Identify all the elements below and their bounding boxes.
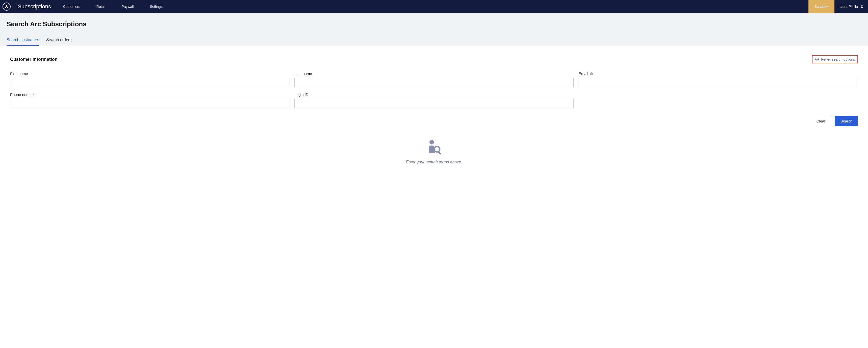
nav-customers[interactable]: Customers [63,4,80,8]
phone-input[interactable] [10,99,289,108]
empty-state: Enter your search terms above. [10,136,858,174]
nav-paywall[interactable]: Paywall [122,4,134,8]
app-title: Subscriptions [18,3,51,10]
field-first-name: First name [10,71,289,87]
email-input[interactable] [579,78,858,87]
person-search-icon [426,139,442,155]
environment-badge[interactable]: Sandbox [808,0,834,13]
nav-settings[interactable]: Settings [150,4,163,8]
label-phone: Phone number [10,92,289,97]
fewer-search-options-label: Fewer search options [821,57,855,61]
label-login-id: Login ID [294,92,574,97]
tab-search-orders[interactable]: Search orders [46,38,72,46]
svg-point-7 [434,146,440,152]
first-name-input[interactable] [10,78,289,87]
last-name-input[interactable] [294,78,574,87]
user-menu[interactable]: Laura Pinilla [834,0,868,13]
top-nav: Subscriptions Customers Retail Paywall S… [0,0,868,13]
login-id-input[interactable] [294,99,574,108]
svg-rect-8 [438,151,441,154]
nav-retail[interactable]: Retail [96,4,105,8]
page-header: Search Arc Subscriptions Search customer… [0,13,868,46]
field-last-name: Last name [294,71,574,87]
content: Customer information Fewer search option… [0,46,868,183]
info-icon[interactable] [590,72,593,76]
label-email-text: Email [579,71,588,76]
svg-point-6 [430,140,434,144]
empty-state-message: Enter your search terms above. [406,160,462,165]
page-title: Search Arc Subscriptions [6,20,862,28]
fewer-search-options-toggle[interactable]: Fewer search options [812,55,858,63]
arc-logo-icon [4,4,9,9]
user-icon [860,4,864,8]
search-button[interactable]: Search [835,116,858,126]
nav-links: Customers Retail Paywall Settings [63,4,162,8]
section-header-row: Customer information Fewer search option… [10,55,858,63]
svg-point-0 [861,5,863,6]
label-first-name: First name [10,71,289,76]
field-phone: Phone number [10,92,289,108]
tabs: Search customers Search orders [6,38,862,46]
section-title: Customer information [10,57,58,62]
field-email: Email [579,71,858,87]
minus-circle-icon [815,57,819,61]
label-last-name: Last name [294,71,574,76]
search-form: First name Last name Email Phone number … [10,71,858,108]
brand-logo[interactable] [2,2,10,10]
label-email: Email [579,71,858,76]
field-login-id: Login ID [294,92,574,108]
nav-right: Sandbox Laura Pinilla [808,0,868,13]
form-actions: Clear Search [10,116,858,126]
user-name-label: Laura Pinilla [838,4,858,8]
tab-search-customers[interactable]: Search customers [6,38,39,46]
clear-button[interactable]: Clear [811,116,831,126]
